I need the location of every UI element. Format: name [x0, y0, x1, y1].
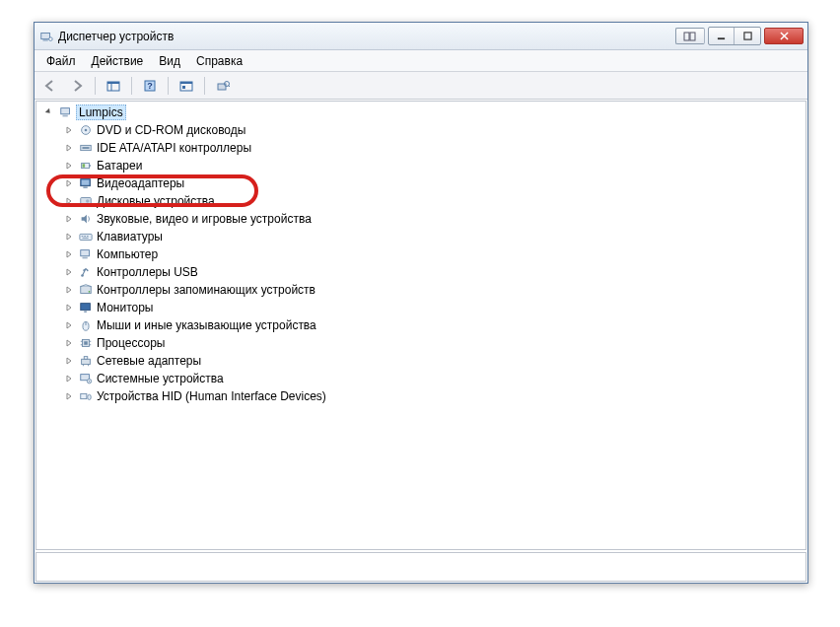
tree-item[interactable]: DVD и CD-ROM дисководы [36, 121, 805, 139]
svg-rect-36 [83, 238, 89, 239]
svg-rect-26 [83, 164, 86, 168]
sound-icon [78, 211, 94, 227]
computer-icon [78, 246, 94, 262]
svg-point-40 [87, 269, 89, 271]
tree-item-label: Контроллеры USB [97, 265, 198, 279]
tree-item[interactable]: Контроллеры USB [36, 263, 805, 281]
close-button[interactable] [764, 28, 804, 44]
back-button[interactable] [38, 75, 62, 97]
svg-point-62 [88, 394, 92, 399]
root-label[interactable]: Lumpics [76, 104, 126, 120]
expand-icon[interactable] [64, 267, 74, 277]
expand-icon[interactable] [64, 178, 74, 188]
tree-item[interactable]: Дисковые устройства [36, 192, 805, 210]
svg-rect-6 [743, 33, 750, 39]
display-icon [78, 175, 94, 191]
expand-icon[interactable] [64, 143, 74, 153]
expand-icon[interactable] [64, 232, 74, 242]
forward-button[interactable] [65, 75, 89, 97]
expand-icon[interactable] [64, 214, 74, 224]
toolbar-separator [131, 77, 132, 95]
svg-rect-55 [84, 357, 88, 360]
storage-icon [78, 282, 94, 298]
window-title: Диспетчер устройств [58, 30, 675, 43]
tree-item[interactable]: Сетевые адаптеры [36, 352, 805, 370]
svg-rect-33 [82, 236, 84, 237]
svg-rect-14 [182, 86, 185, 89]
show-hide-tree-button[interactable] [102, 75, 125, 97]
cpu-icon [78, 335, 94, 351]
tree-item[interactable]: Мыши и иные указывающие устройства [36, 316, 805, 334]
svg-rect-41 [83, 269, 85, 271]
collapse-icon[interactable] [44, 107, 54, 117]
tree-item-label: Системные устройства [97, 372, 224, 385]
help-button[interactable]: ? [138, 75, 162, 97]
tree-item[interactable]: Мониторы [36, 299, 805, 316]
expand-icon[interactable] [64, 161, 74, 171]
menu-help[interactable]: Справка [188, 52, 250, 70]
svg-rect-4 [690, 33, 695, 40]
titlebar: Диспетчер устройств [35, 23, 807, 50]
svg-point-2 [49, 36, 53, 40]
svg-rect-38 [83, 257, 88, 259]
help-titlebar-button[interactable] [675, 28, 705, 44]
ide-icon [78, 140, 94, 156]
hid-icon [78, 388, 94, 404]
menu-file[interactable]: Файл [38, 52, 84, 70]
svg-rect-29 [83, 187, 87, 188]
tree-item[interactable]: Контроллеры запоминающих устройств [36, 281, 805, 299]
tree-item-label: Мыши и иные указывающие устройства [97, 318, 316, 332]
expand-icon[interactable] [64, 320, 74, 330]
tree-item[interactable]: Звуковые, видео и игровые устройства [36, 210, 805, 228]
disc-icon [78, 122, 94, 138]
window-controls [675, 27, 804, 45]
battery-icon [78, 158, 94, 174]
svg-rect-18 [61, 108, 70, 114]
network-icon [78, 353, 94, 369]
menu-view[interactable]: Вид [151, 52, 188, 70]
svg-rect-13 [180, 82, 192, 84]
svg-line-17 [229, 85, 231, 87]
expand-icon[interactable] [64, 391, 74, 401]
mouse-icon [78, 317, 94, 333]
expand-icon[interactable] [64, 249, 74, 259]
expand-icon[interactable] [64, 303, 74, 313]
properties-button[interactable] [211, 75, 235, 97]
tree-item[interactable]: Компьютер [36, 245, 805, 263]
scan-hardware-button[interactable] [175, 75, 198, 97]
tree-item-label: Батареи [97, 159, 142, 173]
tree-item-label: Устройства HID (Human Interface Devices) [97, 389, 326, 403]
expand-icon[interactable] [64, 338, 74, 348]
tree-item[interactable]: Батареи [36, 157, 805, 174]
svg-rect-35 [87, 236, 89, 237]
tree-item[interactable]: Устройства HID (Human Interface Devices) [36, 387, 805, 405]
keyboard-icon [78, 229, 94, 244]
tree-root-node[interactable]: Lumpics [36, 104, 805, 121]
device-manager-window: Диспетчер устройств Файл Действие Вид Сп… [34, 22, 808, 584]
minimize-button[interactable] [709, 28, 735, 44]
tree-item-label: Дисковые устройства [97, 194, 215, 208]
expand-icon[interactable] [64, 356, 74, 366]
tree-item-label: Клавиатуры [97, 230, 163, 244]
maximize-button[interactable] [735, 28, 760, 44]
expand-icon[interactable] [64, 285, 74, 295]
toolbar-separator [95, 77, 96, 95]
tree-item-label: IDE ATA/ATAPI контроллеры [97, 141, 251, 155]
menu-action[interactable]: Действие [84, 52, 152, 70]
svg-rect-61 [81, 393, 87, 398]
tree-item[interactable]: Клавиатуры [36, 228, 805, 245]
svg-point-43 [89, 291, 91, 293]
expand-icon[interactable] [64, 374, 74, 383]
computer-icon [58, 104, 74, 120]
svg-rect-19 [63, 115, 68, 117]
expand-icon[interactable] [64, 196, 74, 206]
app-icon [38, 29, 54, 44]
tree-item[interactable]: Видеоадаптеры [36, 174, 805, 192]
tree-item[interactable]: Процессоры [36, 334, 805, 352]
expand-icon[interactable] [64, 125, 74, 135]
svg-rect-45 [84, 312, 87, 313]
device-tree[interactable]: Lumpics DVD и CD-ROM дисководы IDE ATA/A… [35, 101, 806, 550]
svg-rect-23 [83, 147, 90, 149]
tree-item[interactable]: Системные устройства [36, 370, 805, 387]
tree-item[interactable]: IDE ATA/ATAPI контроллеры [36, 139, 805, 157]
